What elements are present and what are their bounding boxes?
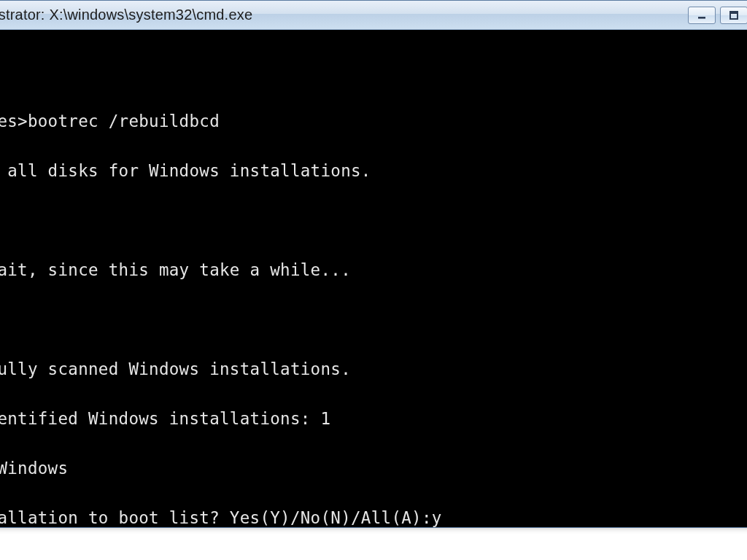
minimize-icon: [697, 10, 707, 20]
svg-rect-2: [730, 12, 738, 14]
terminal-line: [0, 59, 747, 84]
terminal-output[interactable]: ources>bootrec /rebuildbcd ning all disk…: [0, 30, 747, 527]
titlebar[interactable]: dministrator: X:\windows\system32\cmd.ex…: [0, 1, 747, 30]
maximize-button[interactable]: [720, 7, 747, 24]
terminal-line: [0, 208, 747, 233]
terminal-line: ources>bootrec /rebuildbcd: [0, 109, 747, 133]
terminal-line: l identified Windows installations: 1: [0, 406, 747, 431]
cmd-window: dministrator: X:\windows\system32\cmd.ex…: [0, 0, 747, 528]
terminal-line: C:\Windows: [0, 456, 747, 481]
terminal-line: ning all disks for Windows installations…: [0, 158, 747, 183]
terminal-line: se wait, since this may take a while...: [0, 257, 747, 282]
maximize-icon: [729, 10, 739, 20]
window-controls: [688, 7, 747, 24]
window-title: dministrator: X:\windows\system32\cmd.ex…: [0, 7, 252, 23]
terminal-line: [0, 307, 747, 332]
terminal-line: essfully scanned Windows installations.: [0, 357, 747, 381]
svg-rect-0: [698, 17, 705, 19]
minimize-button[interactable]: [688, 7, 716, 24]
terminal-line: installation to boot list? Yes(Y)/No(N)/…: [0, 505, 747, 527]
